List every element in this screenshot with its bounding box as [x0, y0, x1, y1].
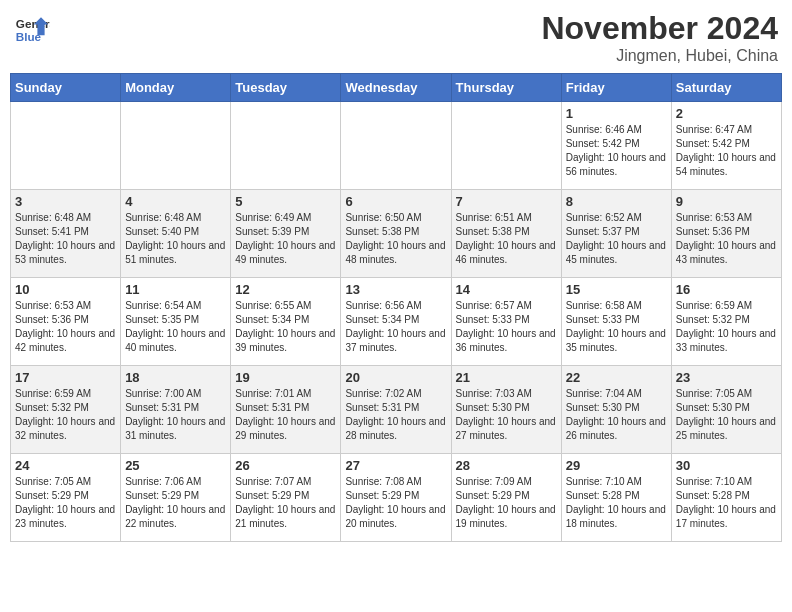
weekday-header: Thursday — [451, 74, 561, 102]
calendar-cell: 8Sunrise: 6:52 AM Sunset: 5:37 PM Daylig… — [561, 190, 671, 278]
calendar-cell: 7Sunrise: 6:51 AM Sunset: 5:38 PM Daylig… — [451, 190, 561, 278]
calendar-week-row: 17Sunrise: 6:59 AM Sunset: 5:32 PM Dayli… — [11, 366, 782, 454]
calendar-week-row: 10Sunrise: 6:53 AM Sunset: 5:36 PM Dayli… — [11, 278, 782, 366]
location: Jingmen, Hubei, China — [541, 47, 778, 65]
weekday-header: Friday — [561, 74, 671, 102]
day-number: 25 — [125, 458, 226, 473]
calendar-cell: 20Sunrise: 7:02 AM Sunset: 5:31 PM Dayli… — [341, 366, 451, 454]
day-info: Sunrise: 7:09 AM Sunset: 5:29 PM Dayligh… — [456, 475, 557, 531]
day-number: 8 — [566, 194, 667, 209]
weekday-header: Monday — [121, 74, 231, 102]
day-info: Sunrise: 6:46 AM Sunset: 5:42 PM Dayligh… — [566, 123, 667, 179]
day-number: 27 — [345, 458, 446, 473]
calendar-cell: 13Sunrise: 6:56 AM Sunset: 5:34 PM Dayli… — [341, 278, 451, 366]
day-info: Sunrise: 7:02 AM Sunset: 5:31 PM Dayligh… — [345, 387, 446, 443]
calendar-cell: 15Sunrise: 6:58 AM Sunset: 5:33 PM Dayli… — [561, 278, 671, 366]
calendar-cell: 28Sunrise: 7:09 AM Sunset: 5:29 PM Dayli… — [451, 454, 561, 542]
weekday-header-row: SundayMondayTuesdayWednesdayThursdayFrid… — [11, 74, 782, 102]
day-number: 24 — [15, 458, 116, 473]
day-number: 20 — [345, 370, 446, 385]
calendar-cell: 9Sunrise: 6:53 AM Sunset: 5:36 PM Daylig… — [671, 190, 781, 278]
day-number: 23 — [676, 370, 777, 385]
day-number: 7 — [456, 194, 557, 209]
calendar-cell: 19Sunrise: 7:01 AM Sunset: 5:31 PM Dayli… — [231, 366, 341, 454]
calendar-cell — [451, 102, 561, 190]
day-number: 5 — [235, 194, 336, 209]
calendar-cell — [231, 102, 341, 190]
calendar-cell — [11, 102, 121, 190]
calendar-cell: 23Sunrise: 7:05 AM Sunset: 5:30 PM Dayli… — [671, 366, 781, 454]
day-info: Sunrise: 6:54 AM Sunset: 5:35 PM Dayligh… — [125, 299, 226, 355]
page-header: General Blue November 2024 Jingmen, Hube… — [10, 10, 782, 65]
day-number: 19 — [235, 370, 336, 385]
logo-icon: General Blue — [14, 10, 50, 46]
calendar-cell: 21Sunrise: 7:03 AM Sunset: 5:30 PM Dayli… — [451, 366, 561, 454]
day-number: 17 — [15, 370, 116, 385]
calendar-table: SundayMondayTuesdayWednesdayThursdayFrid… — [10, 73, 782, 542]
calendar-cell: 22Sunrise: 7:04 AM Sunset: 5:30 PM Dayli… — [561, 366, 671, 454]
day-number: 22 — [566, 370, 667, 385]
day-number: 14 — [456, 282, 557, 297]
calendar-cell — [341, 102, 451, 190]
day-number: 16 — [676, 282, 777, 297]
day-number: 13 — [345, 282, 446, 297]
day-info: Sunrise: 6:51 AM Sunset: 5:38 PM Dayligh… — [456, 211, 557, 267]
day-info: Sunrise: 6:56 AM Sunset: 5:34 PM Dayligh… — [345, 299, 446, 355]
calendar-cell: 24Sunrise: 7:05 AM Sunset: 5:29 PM Dayli… — [11, 454, 121, 542]
calendar-cell: 29Sunrise: 7:10 AM Sunset: 5:28 PM Dayli… — [561, 454, 671, 542]
day-info: Sunrise: 6:55 AM Sunset: 5:34 PM Dayligh… — [235, 299, 336, 355]
day-info: Sunrise: 7:06 AM Sunset: 5:29 PM Dayligh… — [125, 475, 226, 531]
day-info: Sunrise: 6:53 AM Sunset: 5:36 PM Dayligh… — [676, 211, 777, 267]
day-info: Sunrise: 7:10 AM Sunset: 5:28 PM Dayligh… — [566, 475, 667, 531]
calendar-cell: 25Sunrise: 7:06 AM Sunset: 5:29 PM Dayli… — [121, 454, 231, 542]
calendar-cell: 3Sunrise: 6:48 AM Sunset: 5:41 PM Daylig… — [11, 190, 121, 278]
day-info: Sunrise: 7:08 AM Sunset: 5:29 PM Dayligh… — [345, 475, 446, 531]
calendar-cell: 1Sunrise: 6:46 AM Sunset: 5:42 PM Daylig… — [561, 102, 671, 190]
calendar-cell: 17Sunrise: 6:59 AM Sunset: 5:32 PM Dayli… — [11, 366, 121, 454]
day-number: 9 — [676, 194, 777, 209]
weekday-header: Tuesday — [231, 74, 341, 102]
calendar-cell: 26Sunrise: 7:07 AM Sunset: 5:29 PM Dayli… — [231, 454, 341, 542]
day-number: 2 — [676, 106, 777, 121]
day-number: 30 — [676, 458, 777, 473]
calendar-cell: 18Sunrise: 7:00 AM Sunset: 5:31 PM Dayli… — [121, 366, 231, 454]
calendar-cell: 30Sunrise: 7:10 AM Sunset: 5:28 PM Dayli… — [671, 454, 781, 542]
day-info: Sunrise: 6:53 AM Sunset: 5:36 PM Dayligh… — [15, 299, 116, 355]
calendar-cell: 5Sunrise: 6:49 AM Sunset: 5:39 PM Daylig… — [231, 190, 341, 278]
day-info: Sunrise: 7:03 AM Sunset: 5:30 PM Dayligh… — [456, 387, 557, 443]
day-number: 11 — [125, 282, 226, 297]
day-info: Sunrise: 7:10 AM Sunset: 5:28 PM Dayligh… — [676, 475, 777, 531]
calendar-cell: 2Sunrise: 6:47 AM Sunset: 5:42 PM Daylig… — [671, 102, 781, 190]
day-info: Sunrise: 6:58 AM Sunset: 5:33 PM Dayligh… — [566, 299, 667, 355]
day-number: 28 — [456, 458, 557, 473]
day-number: 26 — [235, 458, 336, 473]
calendar-cell: 10Sunrise: 6:53 AM Sunset: 5:36 PM Dayli… — [11, 278, 121, 366]
calendar-cell: 12Sunrise: 6:55 AM Sunset: 5:34 PM Dayli… — [231, 278, 341, 366]
day-info: Sunrise: 6:59 AM Sunset: 5:32 PM Dayligh… — [15, 387, 116, 443]
day-info: Sunrise: 6:52 AM Sunset: 5:37 PM Dayligh… — [566, 211, 667, 267]
title-block: November 2024 Jingmen, Hubei, China — [541, 10, 778, 65]
weekday-header: Wednesday — [341, 74, 451, 102]
day-info: Sunrise: 6:47 AM Sunset: 5:42 PM Dayligh… — [676, 123, 777, 179]
calendar-week-row: 24Sunrise: 7:05 AM Sunset: 5:29 PM Dayli… — [11, 454, 782, 542]
calendar-cell: 11Sunrise: 6:54 AM Sunset: 5:35 PM Dayli… — [121, 278, 231, 366]
day-info: Sunrise: 7:07 AM Sunset: 5:29 PM Dayligh… — [235, 475, 336, 531]
day-info: Sunrise: 6:49 AM Sunset: 5:39 PM Dayligh… — [235, 211, 336, 267]
day-info: Sunrise: 6:59 AM Sunset: 5:32 PM Dayligh… — [676, 299, 777, 355]
day-number: 3 — [15, 194, 116, 209]
calendar-cell: 14Sunrise: 6:57 AM Sunset: 5:33 PM Dayli… — [451, 278, 561, 366]
day-info: Sunrise: 6:50 AM Sunset: 5:38 PM Dayligh… — [345, 211, 446, 267]
day-number: 4 — [125, 194, 226, 209]
calendar-week-row: 1Sunrise: 6:46 AM Sunset: 5:42 PM Daylig… — [11, 102, 782, 190]
month-year: November 2024 — [541, 10, 778, 47]
day-info: Sunrise: 7:00 AM Sunset: 5:31 PM Dayligh… — [125, 387, 226, 443]
calendar-cell — [121, 102, 231, 190]
weekday-header: Sunday — [11, 74, 121, 102]
calendar-cell: 27Sunrise: 7:08 AM Sunset: 5:29 PM Dayli… — [341, 454, 451, 542]
day-number: 18 — [125, 370, 226, 385]
calendar-cell: 4Sunrise: 6:48 AM Sunset: 5:40 PM Daylig… — [121, 190, 231, 278]
weekday-header: Saturday — [671, 74, 781, 102]
day-number: 6 — [345, 194, 446, 209]
calendar-week-row: 3Sunrise: 6:48 AM Sunset: 5:41 PM Daylig… — [11, 190, 782, 278]
day-number: 12 — [235, 282, 336, 297]
